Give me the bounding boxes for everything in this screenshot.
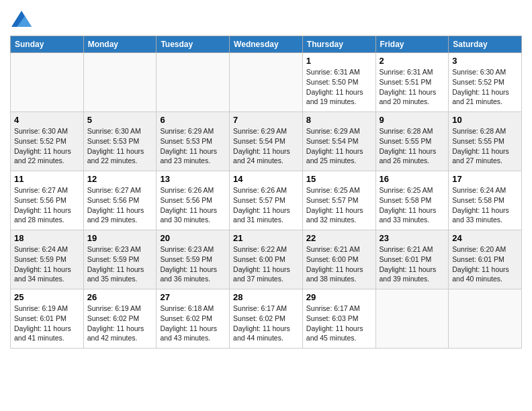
calendar-cell: 16Sunrise: 6:25 AMSunset: 5:58 PMDayligh… [375, 171, 449, 230]
day-info: Sunrise: 6:18 AMSunset: 6:02 PMDaylight:… [160, 304, 226, 343]
logo-text [10, 11, 32, 30]
calendar-cell [230, 53, 303, 112]
weekday-header-friday: Friday [375, 36, 449, 53]
day-info: Sunrise: 6:26 AMSunset: 5:57 PMDaylight:… [233, 185, 299, 225]
calendar-week-3: 11Sunrise: 6:27 AMSunset: 5:56 PMDayligh… [11, 171, 522, 230]
logo-icon [11, 11, 32, 27]
calendar-week-4: 18Sunrise: 6:24 AMSunset: 5:59 PMDayligh… [11, 230, 522, 289]
calendar-cell: 1Sunrise: 6:31 AMSunset: 5:50 PMDaylight… [302, 53, 375, 112]
calendar-cell: 25Sunrise: 6:19 AMSunset: 6:01 PMDayligh… [11, 289, 84, 349]
day-info: Sunrise: 6:30 AMSunset: 5:53 PMDaylight:… [87, 126, 153, 166]
day-number: 13 [160, 174, 226, 184]
weekday-header-saturday: Saturday [449, 36, 522, 53]
calendar: SundayMondayTuesdayWednesdayThursdayFrid… [10, 36, 522, 349]
day-number: 7 [233, 115, 299, 125]
day-info: Sunrise: 6:24 AMSunset: 5:58 PMDaylight:… [452, 185, 518, 225]
day-info: Sunrise: 6:23 AMSunset: 5:59 PMDaylight:… [160, 244, 226, 284]
calendar-cell: 26Sunrise: 6:19 AMSunset: 6:02 PMDayligh… [83, 289, 157, 349]
calendar-cell [157, 53, 230, 112]
day-number: 4 [14, 115, 80, 125]
calendar-cell: 2Sunrise: 6:31 AMSunset: 5:51 PMDaylight… [375, 53, 449, 112]
day-info: Sunrise: 6:24 AMSunset: 5:59 PMDaylight:… [14, 244, 80, 284]
day-number: 8 [306, 115, 372, 125]
day-number: 18 [14, 233, 80, 243]
day-number: 14 [233, 174, 299, 184]
calendar-cell: 11Sunrise: 6:27 AMSunset: 5:56 PMDayligh… [11, 171, 84, 230]
day-number: 6 [160, 115, 226, 125]
day-info: Sunrise: 6:28 AMSunset: 5:55 PMDaylight:… [380, 126, 445, 166]
day-info: Sunrise: 6:21 AMSunset: 6:00 PMDaylight:… [306, 244, 372, 284]
day-info: Sunrise: 6:30 AMSunset: 5:52 PMDaylight:… [452, 67, 518, 107]
day-number: 28 [233, 292, 299, 302]
calendar-cell: 24Sunrise: 6:20 AMSunset: 6:01 PMDayligh… [449, 230, 522, 289]
day-number: 10 [452, 115, 518, 125]
calendar-cell: 23Sunrise: 6:21 AMSunset: 6:01 PMDayligh… [375, 230, 449, 289]
day-info: Sunrise: 6:31 AMSunset: 5:50 PMDaylight:… [306, 67, 372, 107]
logo [10, 11, 32, 30]
day-info: Sunrise: 6:22 AMSunset: 6:00 PMDaylight:… [233, 244, 299, 284]
day-number: 3 [452, 56, 518, 66]
calendar-cell: 19Sunrise: 6:23 AMSunset: 5:59 PMDayligh… [83, 230, 157, 289]
day-number: 19 [87, 233, 153, 243]
weekday-header-thursday: Thursday [302, 36, 375, 53]
day-info: Sunrise: 6:17 AMSunset: 6:03 PMDaylight:… [306, 304, 372, 343]
day-info: Sunrise: 6:17 AMSunset: 6:02 PMDaylight:… [233, 304, 299, 343]
weekday-header-wednesday: Wednesday [230, 36, 303, 53]
day-info: Sunrise: 6:27 AMSunset: 5:56 PMDaylight:… [87, 185, 153, 225]
day-info: Sunrise: 6:25 AMSunset: 5:58 PMDaylight:… [380, 185, 445, 225]
day-number: 21 [233, 233, 299, 243]
day-number: 1 [306, 56, 372, 66]
day-number: 11 [14, 174, 80, 184]
calendar-cell: 5Sunrise: 6:30 AMSunset: 5:53 PMDaylight… [83, 112, 157, 171]
day-number: 25 [14, 292, 80, 302]
calendar-cell: 14Sunrise: 6:26 AMSunset: 5:57 PMDayligh… [230, 171, 303, 230]
calendar-cell: 9Sunrise: 6:28 AMSunset: 5:55 PMDaylight… [375, 112, 449, 171]
day-info: Sunrise: 6:29 AMSunset: 5:53 PMDaylight:… [160, 126, 226, 166]
calendar-cell [375, 289, 449, 349]
weekday-header-monday: Monday [83, 36, 157, 53]
calendar-cell: 21Sunrise: 6:22 AMSunset: 6:00 PMDayligh… [230, 230, 303, 289]
calendar-cell: 27Sunrise: 6:18 AMSunset: 6:02 PMDayligh… [157, 289, 230, 349]
calendar-cell: 17Sunrise: 6:24 AMSunset: 5:58 PMDayligh… [449, 171, 522, 230]
day-info: Sunrise: 6:20 AMSunset: 6:01 PMDaylight:… [452, 244, 518, 284]
weekday-header-tuesday: Tuesday [157, 36, 230, 53]
calendar-cell: 10Sunrise: 6:28 AMSunset: 5:55 PMDayligh… [449, 112, 522, 171]
calendar-cell [11, 53, 84, 112]
calendar-cell: 29Sunrise: 6:17 AMSunset: 6:03 PMDayligh… [302, 289, 375, 349]
calendar-cell: 28Sunrise: 6:17 AMSunset: 6:02 PMDayligh… [230, 289, 303, 349]
calendar-cell: 6Sunrise: 6:29 AMSunset: 5:53 PMDaylight… [157, 112, 230, 171]
weekday-header-row: SundayMondayTuesdayWednesdayThursdayFrid… [11, 36, 522, 53]
day-number: 17 [452, 174, 518, 184]
day-info: Sunrise: 6:29 AMSunset: 5:54 PMDaylight:… [306, 126, 372, 166]
day-info: Sunrise: 6:23 AMSunset: 5:59 PMDaylight:… [87, 244, 153, 284]
calendar-cell: 12Sunrise: 6:27 AMSunset: 5:56 PMDayligh… [83, 171, 157, 230]
calendar-cell: 3Sunrise: 6:30 AMSunset: 5:52 PMDaylight… [449, 53, 522, 112]
day-number: 5 [87, 115, 153, 125]
calendar-week-5: 25Sunrise: 6:19 AMSunset: 6:01 PMDayligh… [11, 289, 522, 349]
calendar-cell: 7Sunrise: 6:29 AMSunset: 5:54 PMDaylight… [230, 112, 303, 171]
day-info: Sunrise: 6:25 AMSunset: 5:57 PMDaylight:… [306, 185, 372, 225]
day-info: Sunrise: 6:31 AMSunset: 5:51 PMDaylight:… [380, 67, 445, 107]
day-number: 24 [452, 233, 518, 243]
day-number: 12 [87, 174, 153, 184]
day-number: 29 [306, 292, 372, 302]
calendar-cell: 8Sunrise: 6:29 AMSunset: 5:54 PMDaylight… [302, 112, 375, 171]
calendar-cell: 13Sunrise: 6:26 AMSunset: 5:56 PMDayligh… [157, 171, 230, 230]
calendar-cell [83, 53, 157, 112]
calendar-cell [449, 289, 522, 349]
calendar-cell: 22Sunrise: 6:21 AMSunset: 6:00 PMDayligh… [302, 230, 375, 289]
calendar-cell: 4Sunrise: 6:30 AMSunset: 5:52 PMDaylight… [11, 112, 84, 171]
day-info: Sunrise: 6:26 AMSunset: 5:56 PMDaylight:… [160, 185, 226, 225]
header [10, 7, 522, 30]
day-info: Sunrise: 6:19 AMSunset: 6:01 PMDaylight:… [14, 304, 80, 343]
calendar-cell: 15Sunrise: 6:25 AMSunset: 5:57 PMDayligh… [302, 171, 375, 230]
day-number: 27 [160, 292, 226, 302]
day-number: 22 [306, 233, 372, 243]
day-info: Sunrise: 6:27 AMSunset: 5:56 PMDaylight:… [14, 185, 80, 225]
day-number: 23 [380, 233, 445, 243]
weekday-header-sunday: Sunday [11, 36, 84, 53]
calendar-week-2: 4Sunrise: 6:30 AMSunset: 5:52 PMDaylight… [11, 112, 522, 171]
day-info: Sunrise: 6:29 AMSunset: 5:54 PMDaylight:… [233, 126, 299, 166]
day-info: Sunrise: 6:21 AMSunset: 6:01 PMDaylight:… [380, 244, 445, 284]
day-number: 20 [160, 233, 226, 243]
